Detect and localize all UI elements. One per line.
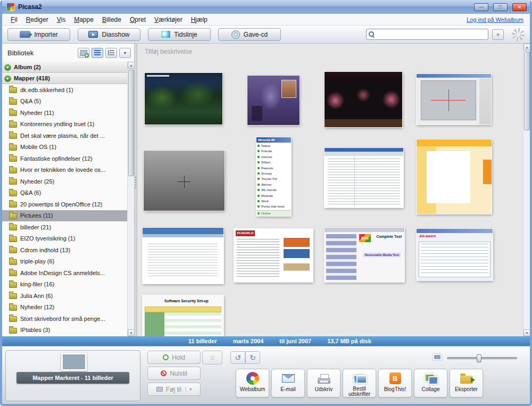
sidebar-folder-item[interactable]: EIZO tyverisikring (1) (2, 233, 127, 245)
miranda-item: Work (256, 198, 291, 204)
print-button[interactable]: Udskriv (307, 369, 340, 397)
thumbnail-game-dungeon[interactable] (247, 76, 300, 125)
scrollbar-thumb[interactable] (128, 70, 134, 176)
webalbum-login-link[interactable]: Log ind på Webalbum (467, 16, 526, 23)
thumbnail-game-forest[interactable] (145, 73, 222, 125)
hold-icon (163, 354, 169, 360)
sidebar-folder-item[interactable]: billeder (21) (2, 221, 127, 233)
maximize-button[interactable]: □ (493, 3, 508, 11)
new-album-button[interactable] (78, 48, 89, 58)
scroll-up-icon[interactable]: ▲ (523, 44, 530, 51)
collapse-albums-icon[interactable] (4, 64, 11, 71)
zoom-slider[interactable] (447, 357, 517, 359)
menu-item-fil[interactable]: Fil (6, 15, 22, 24)
sidebar-folder-item[interactable]: Mobile OS (1) (2, 142, 127, 153)
sidebar-folder-item[interactable]: Det skal være plasma, når det ... (2, 130, 127, 142)
sidebar-folder-pictures[interactable]: Pictures (11) (2, 210, 127, 222)
menu-item-hjaelp[interactable]: Hjælp (187, 15, 212, 24)
timeline-button[interactable]: Tidslinje (148, 28, 211, 41)
sidebar-folder-item[interactable]: Kontorernes yndling truet (1) (2, 119, 127, 130)
collage-button[interactable]: Collage (414, 369, 447, 397)
sidebar-folder-item[interactable]: Fantastiske opfindelser (12) (2, 153, 127, 164)
chevron-down-icon[interactable]: ▾ (186, 387, 192, 392)
menu-item-vaerktojer[interactable]: Værktøjer (150, 15, 187, 24)
order-prints-button[interactable]: Bestil udskrifter (343, 369, 376, 397)
folders-section-header[interactable]: Mapper (418) (2, 73, 127, 84)
rotate-left-button[interactable]: ↺ (230, 351, 245, 364)
sidebar-folder-item[interactable]: Cdrom indhold (13) (2, 244, 127, 256)
search-input[interactable] (377, 31, 486, 38)
bottom-tray: Mapper Markeret - 11 billeder Hold Nulst… (2, 346, 530, 404)
thumbnail-avg-test[interactable]: AVG Complete Test Removable Media Test (325, 228, 404, 282)
sidebar-folder-item[interactable]: Adobe InDesign CS anmeldels... (2, 267, 127, 279)
sidebar-folder-item[interactable]: Nyheder (12) (2, 302, 127, 313)
library-header: Bibliotek ▾ (2, 44, 134, 62)
folder-icon (9, 282, 17, 288)
scroll-down-icon[interactable]: ▼ (128, 329, 134, 336)
sidebar-folder-item[interactable]: Nyheder (11) (2, 107, 127, 119)
menu-item-rediger[interactable]: Rediger (22, 15, 53, 24)
thumbnail-3d-viewport[interactable] (144, 151, 225, 211)
thumbnail-security-setup[interactable]: Software Security Set-up (143, 295, 223, 336)
thumbnail-pcworld-page[interactable]: PCWORLD (234, 229, 313, 282)
sidebar-folder-item[interactable]: Nyheder (25) (2, 176, 127, 187)
menu-item-opret[interactable]: Opret (126, 15, 150, 24)
search-box (366, 29, 488, 40)
flat-view-button[interactable] (92, 48, 103, 58)
add-to-icon (156, 387, 163, 392)
albums-section-header[interactable]: Album (2) (2, 62, 127, 73)
caption-field[interactable]: Tilføj beskrivelse (145, 48, 192, 55)
webalbum-icon (246, 372, 259, 385)
sidebar-folder-item[interactable]: Julia Ann (6) (2, 290, 127, 302)
scroll-up-icon[interactable]: ▲ (128, 62, 134, 69)
thumb-status: Online (256, 210, 291, 216)
sidebar-folder-item[interactable]: triple-play (6) (2, 256, 127, 268)
avg-subtitle: Removable Media Test (363, 253, 401, 257)
thumbnail-mail-client[interactable] (325, 148, 403, 208)
sidebar-folder-item[interactable]: Q&A (6) (2, 187, 127, 199)
collapse-folders-icon[interactable] (4, 75, 11, 82)
thumbnail-adaware[interactable]: Ad-aware (417, 229, 493, 280)
sidebar-folder-item[interactable]: IPtables (3) (2, 325, 127, 336)
menu-item-vis[interactable]: Vis (53, 15, 70, 24)
reset-button[interactable]: Nulstil (147, 367, 201, 380)
sort-dropdown-button[interactable]: ▾ (119, 48, 131, 58)
thumbnail-miranda-im[interactable]: Miranda IM Status Friends Internet Dilbe… (256, 137, 291, 216)
rotate-right-button[interactable]: ↻ (245, 351, 260, 364)
scroll-down-icon[interactable]: ▼ (523, 329, 530, 336)
export-button[interactable]: Eksporter (450, 369, 483, 397)
import-button[interactable]: Importer (7, 28, 70, 41)
sidebar-scrollbar[interactable]: ▲ ▼ (127, 62, 134, 336)
thumbnail-stage-scene[interactable] (325, 72, 402, 127)
add-to-button[interactable]: Føj til ▾ (147, 383, 201, 396)
hold-button[interactable]: Hold (147, 351, 201, 364)
sidebar-folder-item[interactable]: Hvor er teknikken de lovede os... (2, 164, 127, 176)
sidebar-folder-item[interactable]: 20 powertips til OpenOffice (12) (2, 198, 127, 210)
minimize-button[interactable]: — (474, 3, 488, 11)
email-button[interactable]: E-mail (271, 369, 305, 397)
sidebar-folder-item[interactable]: Q&A (5) (2, 96, 127, 107)
menu-item-mappe[interactable]: Mappe (70, 15, 98, 24)
main-scrollbar[interactable]: ▲ ▼ (523, 44, 530, 336)
zoom-slider-thumb[interactable] (477, 354, 481, 362)
scrollbar-thumb[interactable] (524, 52, 530, 130)
thumbnail-webpage[interactable] (143, 228, 223, 284)
tree-view-button[interactable] (105, 48, 117, 58)
sidebar-folder-item[interactable]: king-filer (16) (2, 279, 127, 291)
selection-thumbnail[interactable] (61, 353, 87, 371)
thumbnail-3d-app[interactable] (417, 74, 491, 125)
blogthis-button[interactable]: B BlogThis! (378, 369, 412, 397)
sidebar-folder-item[interactable]: dk.edb.sikkerhed (1) (2, 84, 127, 96)
titlebar[interactable]: Picasa2 — □ × (2, 0, 530, 14)
close-button[interactable]: × (512, 3, 527, 11)
webalbum-button[interactable]: Webalbum (236, 369, 269, 397)
slideshow-button[interactable]: Diasshow (78, 28, 140, 41)
menu-item-billede[interactable]: Billede (98, 15, 126, 24)
thumbnail-orange-website[interactable] (417, 139, 492, 214)
search-icon (369, 31, 375, 37)
clear-search-button[interactable]: × (492, 29, 504, 40)
miranda-item: Werner (256, 182, 291, 187)
sidebar-folder-item[interactable]: Stort skrivebord for små penge... (2, 313, 127, 325)
gift-cd-button[interactable]: Gave-cd (218, 28, 281, 41)
star-button[interactable]: ☆ (202, 351, 222, 364)
